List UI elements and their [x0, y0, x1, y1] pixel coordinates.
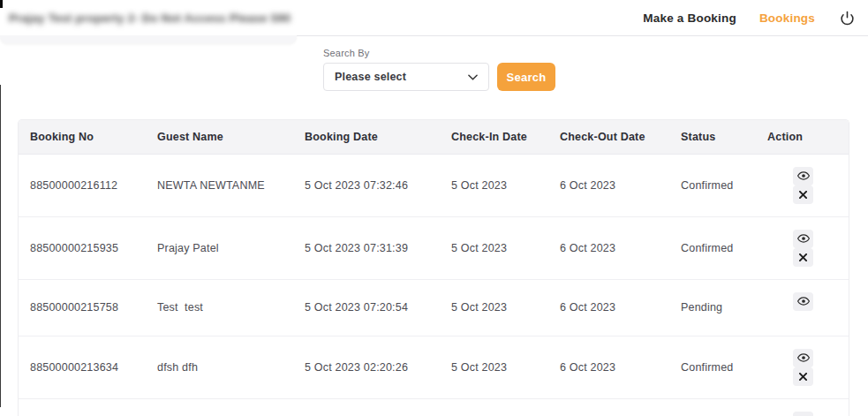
screenshot-edge-artifact: [0, 85, 1, 407]
column-header-check-in-date: Check-In Date: [440, 120, 548, 154]
cancel-booking-button[interactable]: [793, 185, 813, 204]
cell-check-out-date: 6 Oct 2023: [548, 336, 669, 398]
table-row: 88500000215758 Test test 5 Oct 2023 07:2…: [19, 279, 849, 336]
cell-action: [756, 336, 849, 398]
view-booking-button[interactable]: [793, 349, 813, 367]
cell-guest-name: dfsh dfh: [146, 336, 293, 398]
view-booking-button[interactable]: [793, 412, 813, 416]
cell-booking-no: 88500000216112: [19, 154, 146, 216]
cell-booking-no: 88500000215935: [19, 216, 146, 279]
table-header-row: Booking NoGuest NameBooking DateCheck-In…: [19, 120, 849, 154]
column-header-check-out-date: Check-Out Date: [548, 120, 669, 154]
cell-booking-date: 5 Oct 2023 07:31:39: [293, 216, 440, 279]
search-by-label: Search By: [323, 48, 555, 58]
cell-action: [756, 279, 849, 336]
topbar-divider: [297, 35, 868, 36]
cell-check-out-date: 6 Oct 2023: [548, 154, 669, 216]
close-icon: [799, 191, 807, 199]
table-row: 88500000213634 dfsh dfh 5 Oct 2023 02:20…: [19, 336, 849, 398]
cell-guest-name: Prajay Patel: [146, 216, 293, 279]
cell-booking-no: 88500000215758: [19, 279, 146, 336]
cancel-booking-button[interactable]: [793, 248, 813, 267]
cell-check-in-date: 5 Oct 2023: [440, 398, 548, 416]
cell-check-in-date: 5 Oct 2023: [440, 154, 548, 216]
cell-status: Pending: [669, 279, 756, 336]
cell-status: Pending: [669, 398, 756, 416]
power-icon: [840, 11, 855, 26]
cell-booking-no: 88500000213457: [19, 398, 146, 416]
view-booking-button[interactable]: [793, 167, 813, 185]
cell-check-out-date: 6 Oct 2023: [548, 398, 669, 416]
view-booking-button[interactable]: [793, 292, 813, 311]
cell-check-out-date: 6 Oct 2023: [548, 279, 669, 336]
top-navigation-bar: Prajay Test property 2- Do Not Access Pl…: [0, 0, 868, 35]
logout-button[interactable]: [840, 11, 855, 26]
bookings-table: Booking NoGuest NameBooking DateCheck-In…: [18, 119, 849, 416]
cell-guest-name: dfh dfh: [146, 398, 293, 416]
close-icon: [799, 373, 807, 381]
cell-check-in-date: 5 Oct 2023: [440, 216, 548, 279]
bookings-link[interactable]: Bookings: [759, 11, 815, 25]
cell-booking-no: 88500000213634: [19, 336, 146, 398]
table-row: 88500000213457 dfh dfh 5 Oct 2023 02:19:…: [19, 398, 849, 416]
chevron-down-icon: [468, 74, 478, 80]
cell-check-in-date: 5 Oct 2023: [440, 279, 548, 336]
cell-action: [756, 398, 849, 416]
cell-status: Confirmed: [669, 216, 756, 279]
search-by-select[interactable]: Please select: [323, 63, 489, 91]
search-section: Search By Please select Search: [323, 48, 555, 91]
cell-action: [756, 154, 849, 216]
cell-status: Confirmed: [669, 336, 756, 398]
eye-icon: [797, 170, 810, 181]
eye-icon: [797, 233, 810, 244]
column-header-action: Action: [756, 120, 849, 154]
cell-booking-date: 5 Oct 2023 07:20:54: [293, 279, 440, 336]
close-icon: [799, 253, 807, 261]
column-header-guest-name: Guest Name: [146, 120, 293, 154]
make-a-booking-link[interactable]: Make a Booking: [643, 11, 736, 25]
cell-guest-name: Test test: [146, 279, 293, 336]
top-nav-links: Make a Booking Bookings: [643, 11, 855, 26]
cell-status: Confirmed: [669, 154, 756, 216]
cell-booking-date: 5 Oct 2023 07:32:46: [293, 154, 440, 216]
cell-booking-date: 5 Oct 2023 02:19:12: [293, 398, 440, 416]
eye-icon: [797, 352, 810, 363]
column-header-booking-no: Booking No: [19, 120, 146, 154]
cell-guest-name: NEWTA NEWTANME: [146, 154, 293, 216]
bookings-page: Prajay Test property 2- Do Not Access Pl…: [0, 0, 868, 416]
column-header-status: Status: [669, 120, 756, 154]
view-booking-button[interactable]: [793, 230, 813, 248]
screenshot-edge-artifact: [0, 0, 3, 8]
cell-check-out-date: 6 Oct 2023: [548, 216, 669, 279]
select-selected-value: Please select: [335, 71, 406, 83]
cell-check-in-date: 5 Oct 2023: [440, 336, 548, 398]
eye-icon: [797, 296, 810, 306]
search-button[interactable]: Search: [497, 63, 555, 91]
cell-action: [756, 216, 849, 279]
property-name-redacted: Prajay Test property 2- Do Not Access Pl…: [9, 11, 291, 25]
table-body: 88500000216112 NEWTA NEWTANME 5 Oct 2023…: [19, 154, 849, 416]
cancel-booking-button[interactable]: [793, 367, 813, 386]
column-header-booking-date: Booking Date: [293, 120, 440, 154]
table-row: 88500000215935 Prajay Patel 5 Oct 2023 0…: [19, 216, 849, 279]
table-row: 88500000216112 NEWTA NEWTANME 5 Oct 2023…: [19, 154, 849, 216]
cell-booking-date: 5 Oct 2023 02:20:26: [293, 336, 440, 398]
